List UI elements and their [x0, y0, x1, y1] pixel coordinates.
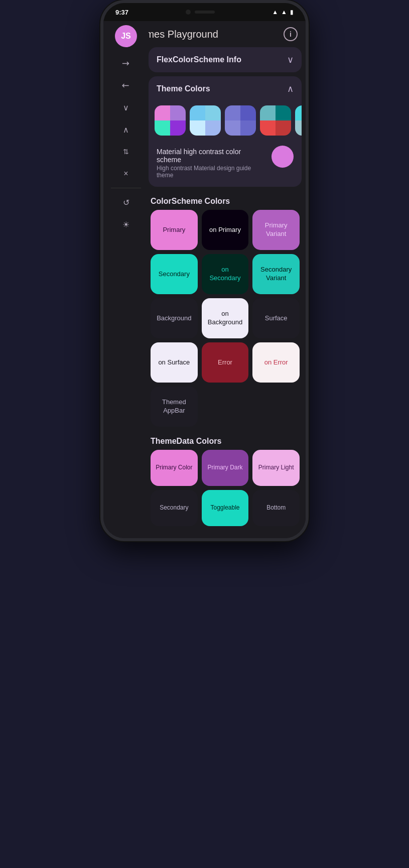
td-primary-light[interactable]: Primary Light [252, 450, 300, 486]
main-content: FlexColorScheme Info ∨ Theme Colors ∧ [149, 47, 306, 538]
themedata-heading: ThemeData Colors [149, 431, 302, 450]
battery-icon: ▮ [290, 9, 294, 16]
tile-primary[interactable]: Primary [151, 210, 198, 250]
tile-error[interactable]: Error [202, 342, 249, 383]
toggle-label: Material high contrast color scheme High… [157, 148, 265, 179]
tile-themed-appbar[interactable]: Themed AppBar [151, 387, 198, 427]
phone-frame: 9:37 ▲ ▲ ▮ ☰ Themes Playground i JS ↗ ↙ … [100, 0, 309, 541]
app-title: Themes Playground [128, 29, 276, 40]
speaker [195, 11, 215, 14]
swatch-3[interactable] [225, 105, 256, 136]
tile-on-background[interactable]: on Background [202, 298, 249, 338]
tile-on-primary[interactable]: on Primary [202, 210, 249, 250]
notch-center [186, 10, 215, 15]
tile-on-secondary[interactable]: on Secondary [202, 254, 249, 294]
info-button[interactable]: i [284, 27, 298, 41]
toggle-row: Material high contrast color scheme High… [149, 144, 302, 187]
theme-colors-title: Theme Colors [157, 84, 210, 93]
flex-info-title: FlexColorScheme Info [157, 55, 241, 64]
td-secondary[interactable]: Secondary [151, 490, 198, 526]
theme-colors-chevron: ∧ [287, 83, 294, 94]
tile-secondary[interactable]: Secondary [151, 254, 198, 294]
tile-primary-variant[interactable]: Primary Variant [252, 210, 300, 250]
status-icons: ▲ ▲ ▮ [272, 9, 294, 16]
swatch-4[interactable] [260, 105, 291, 136]
nav-reset-icon[interactable]: ↺ [114, 192, 138, 212]
td-primary-dark[interactable]: Primary Dark [202, 450, 249, 486]
tile-on-surface[interactable]: on Surface [151, 342, 198, 383]
side-nav: JS ↗ ↙ ∨ ∧ ⇅ × ↺ ☀ [103, 21, 149, 234]
theme-colors-header[interactable]: Theme Colors ∧ [149, 76, 302, 101]
td-bottom[interactable]: Bottom [252, 490, 300, 526]
toggle-subtitle: High contrast Material design guide them… [157, 165, 265, 179]
nav-up-icon[interactable]: ∧ [114, 119, 138, 140]
status-time: 9:37 [115, 9, 128, 16]
nav-theme-icon[interactable]: ☀ [114, 214, 138, 234]
wifi-icon: ▲ [272, 9, 278, 16]
flex-info-card: FlexColorScheme Info ∨ [149, 47, 302, 72]
swatch-5[interactable] [295, 105, 302, 136]
status-bar: 9:37 ▲ ▲ ▮ [103, 3, 306, 21]
tile-secondary-variant[interactable]: Secondary Variant [252, 254, 300, 294]
theme-colors-card: Theme Colors ∧ [149, 76, 302, 187]
swatch-2[interactable] [190, 105, 221, 136]
theme-swatches [149, 101, 302, 144]
swatch-1[interactable] [155, 105, 186, 136]
tile-background[interactable]: Background [151, 298, 198, 338]
colorscheme-heading: ColorScheme Colors [149, 191, 302, 210]
toggle-switch[interactable] [271, 146, 294, 168]
volume-button[interactable] [306, 93, 309, 118]
tile-on-error[interactable]: on Error [252, 342, 300, 383]
nav-down-icon[interactable]: ∨ [114, 97, 138, 117]
nav-divider [111, 188, 141, 188]
toggle-title: Material high contrast color scheme [157, 148, 265, 164]
td-primary-color[interactable]: Primary Color [151, 450, 198, 486]
camera [186, 10, 191, 15]
nav-collapse-icon[interactable]: ↙ [110, 70, 142, 101]
nav-updown-icon[interactable]: ⇅ [114, 142, 138, 162]
signal-icon: ▲ [281, 9, 287, 16]
phone-screen: ☰ Themes Playground i JS ↗ ↙ ∨ ∧ ⇅ × ↺ ☀… [103, 21, 306, 538]
tile-surface[interactable]: Surface [252, 298, 300, 338]
themedata-grid: Primary Color Primary Dark Primary Light… [149, 450, 302, 530]
td-toggleable[interactable]: Toggleable [202, 490, 249, 526]
flex-info-header[interactable]: FlexColorScheme Info ∨ [149, 47, 302, 72]
nav-close-icon[interactable]: × [114, 164, 138, 184]
color-scheme-grid: Primary on Primary Primary Variant Secon… [149, 210, 302, 431]
avatar[interactable]: JS [115, 25, 137, 47]
flex-info-chevron: ∨ [287, 54, 294, 65]
